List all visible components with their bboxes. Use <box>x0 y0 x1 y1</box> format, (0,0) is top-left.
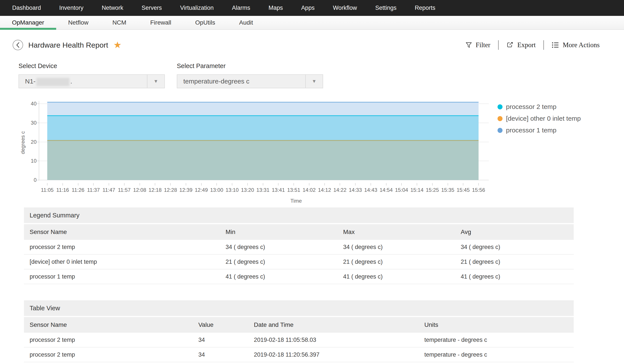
legend-summary-body: processor 2 temp34 ( degrees c)34 ( degr… <box>24 240 574 284</box>
x-tick-label: 14:54 <box>380 187 392 193</box>
chart-legend: processor 2 temp[device] other 0 inlet t… <box>497 103 581 134</box>
filter-button[interactable]: Filter <box>465 41 490 49</box>
x-tick-mark <box>278 183 279 185</box>
nav-item-reports[interactable]: Reports <box>406 4 444 11</box>
table-cell: 2019-02-18 11:05:58.03 <box>248 337 419 343</box>
tab-ncm[interactable]: NCM <box>100 16 138 29</box>
table-row: processor 2 temp342019-02-18 11:05:58.03… <box>24 333 574 347</box>
table-cell: 2019-02-18 11:20:56.397 <box>248 351 419 358</box>
legend-summary-header-row: Sensor NameMinMaxAvg <box>24 224 574 240</box>
x-tick-mark <box>432 183 433 185</box>
table-cell: 34 <box>193 337 248 343</box>
nav-item-servers[interactable]: Servers <box>132 4 171 11</box>
top-nav: DashboardInventoryNetworkServersVirtuali… <box>0 0 624 16</box>
x-tick-mark <box>401 183 402 185</box>
list-icon <box>552 42 559 48</box>
chart-band-processor-1-temp <box>47 102 479 115</box>
table-cell: 21 ( degrees c) <box>220 259 338 265</box>
nav-item-apps[interactable]: Apps <box>292 4 324 11</box>
filter-icon <box>465 42 472 48</box>
legend-item-processor-2-temp[interactable]: processor 2 temp <box>497 103 581 111</box>
y-tick-label: 0 <box>24 177 37 183</box>
dropdown-arrow-icon: ▼ <box>147 75 164 88</box>
x-tick-label: 15:14 <box>410 187 423 193</box>
y-tick-label: 20 <box>24 139 37 145</box>
x-tick-label: 11:26 <box>72 187 84 193</box>
table-header-cell-value: Value <box>193 321 248 328</box>
x-tick-label: 13:00 <box>210 187 223 193</box>
parameter-dropdown[interactable]: temperature-degrees c ▼ <box>177 74 323 88</box>
x-tick-mark <box>109 183 109 185</box>
x-tick-mark <box>386 183 387 185</box>
x-tick-mark <box>355 183 356 185</box>
nav-item-network[interactable]: Network <box>93 4 132 11</box>
legend-item-device-other-0-inlet-temp[interactable]: [device] other 0 inlet temp <box>497 115 581 122</box>
x-tick-mark <box>155 183 155 185</box>
product-tabs: OpManagerNetflowNCMFirewallOpUtilsAudit <box>0 16 624 30</box>
x-tick-label: 11:47 <box>103 187 115 193</box>
tab-opmanager[interactable]: OpManager <box>0 16 56 29</box>
legend-item-processor-1-temp[interactable]: processor 1 temp <box>497 127 581 134</box>
device-dropdown[interactable]: N1- . ▼ <box>19 74 165 88</box>
table-header-cell-avg: Avg <box>455 228 574 235</box>
nav-item-alarms[interactable]: Alarms <box>223 4 259 11</box>
legend-label: processor 2 temp <box>506 103 556 111</box>
select-device-label: Select Device <box>19 62 165 69</box>
tab-firewall[interactable]: Firewall <box>138 16 183 29</box>
tab-netflow[interactable]: Netflow <box>56 16 100 29</box>
nav-item-workflow[interactable]: Workflow <box>324 4 366 11</box>
legend-label: [device] other 0 inlet temp <box>506 115 581 122</box>
x-tick-label: 15:25 <box>426 187 439 193</box>
x-tick-label: 13:51 <box>287 187 300 193</box>
legend-dot <box>497 104 502 109</box>
table-cell: 41 ( degrees c) <box>220 273 338 280</box>
back-button[interactable] <box>13 40 23 50</box>
more-actions-button[interactable]: More Actions <box>552 41 600 49</box>
table-row: processor 2 temp342019-02-18 11:20:56.39… <box>24 347 574 362</box>
x-tick-label: 13:41 <box>272 187 285 193</box>
tab-oputils[interactable]: OpUtils <box>183 16 227 29</box>
x-tick-mark <box>309 183 309 185</box>
favorite-star-icon[interactable]: ★ <box>113 41 122 49</box>
x-tick-mark <box>47 183 48 185</box>
table-cell: 34 ( degrees c) <box>220 244 338 250</box>
x-tick-label: 12:39 <box>180 187 192 193</box>
table-cell: temperature - degrees c <box>419 351 574 358</box>
table-cell: temperature - degrees c <box>419 337 574 343</box>
nav-item-maps[interactable]: Maps <box>259 4 292 11</box>
x-tick-label: 14:12 <box>318 187 331 193</box>
export-button[interactable]: Export <box>506 41 536 49</box>
table-view-title: Table View <box>24 300 574 316</box>
legend-label: processor 1 temp <box>506 127 556 134</box>
table-cell: processor 1 temp <box>24 273 220 280</box>
table-header-cell-sensor-name: Sensor Name <box>24 321 193 328</box>
table-header-cell-date-and-time: Date and Time <box>248 321 419 328</box>
x-tick-mark <box>478 183 479 185</box>
x-tick-label: 11:05 <box>41 187 53 193</box>
dropdown-arrow-icon: ▼ <box>305 75 323 88</box>
nav-item-virtualization[interactable]: Virtualization <box>171 4 223 11</box>
nav-item-dashboard[interactable]: Dashboard <box>3 4 50 11</box>
table-cell: 41 ( degrees c) <box>338 273 455 280</box>
table-row: processor 2 temp34 ( degrees c)34 ( degr… <box>24 240 574 255</box>
filter-row: Select Device N1- . ▼ Select Parameter t… <box>19 62 624 88</box>
action-label: Filter <box>476 41 490 49</box>
nav-item-inventory[interactable]: Inventory <box>50 4 93 11</box>
x-tick-mark <box>216 183 217 185</box>
select-parameter-label: Select Parameter <box>177 62 323 69</box>
nav-item-settings[interactable]: Settings <box>366 4 406 11</box>
y-tick-label: 40 <box>24 101 37 107</box>
legend-summary-title: Legend Summary <box>24 207 574 223</box>
tab-audit[interactable]: Audit <box>227 16 265 29</box>
x-tick-mark <box>263 183 263 185</box>
chevron-left-icon <box>15 42 20 48</box>
legend-dot <box>497 128 502 133</box>
x-tick-mark <box>463 183 463 185</box>
report-header: Hardware Health Report ★ FilterExportMor… <box>13 40 600 50</box>
table-cell: processor 2 temp <box>24 244 220 250</box>
chart-band-processor-2-temp <box>47 115 479 140</box>
x-tick-mark <box>340 183 340 185</box>
x-tick-label: 14:43 <box>364 187 377 193</box>
x-tick-label: 13:10 <box>226 187 239 193</box>
table-row: [device] other 0 inlet temp21 ( degrees … <box>24 255 574 269</box>
